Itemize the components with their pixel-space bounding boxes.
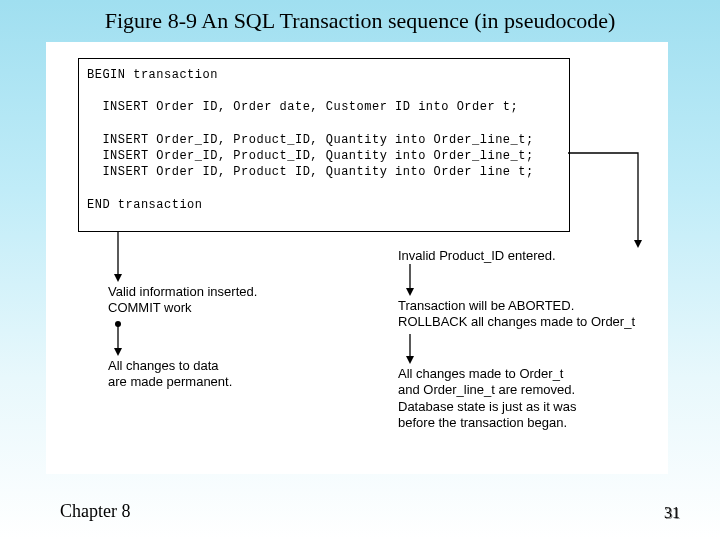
arrow-left-commit-to-permanent [113,320,133,358]
svg-marker-9 [406,356,414,364]
text-removed-1: All changes made to Order_t [398,366,563,381]
figure-title: Figure 8-9 An SQL Transaction sequence (… [0,8,720,34]
pseudocode: BEGIN transaction INSERT Order ID, Order… [79,59,569,219]
code-line-3: INSERT Order_ID, Product_ID, Quantity in… [87,149,534,163]
text-removed-3: Database state is just as it was [398,399,576,414]
annotation-permanent: All changes to data are made permanent. [108,358,308,391]
text-permanent-2: are made permanent. [108,374,232,389]
svg-marker-1 [114,274,122,282]
svg-marker-4 [114,348,122,356]
text-rollback: ROLLBACK all changes made to Order_t [398,314,635,329]
arrow-right-abort-to-removed [405,334,425,366]
text-abort: Transaction will be ABORTED. [398,298,574,313]
code-line-1: INSERT Order ID, Order date, Customer ID… [87,100,518,114]
code-end: END transaction [87,198,203,212]
annotation-removed-state: All changes made to Order_t and Order_li… [398,366,658,431]
footer-page-number: 31 [664,504,680,522]
slide: Figure 8-9 An SQL Transaction sequence (… [0,0,720,540]
code-begin: BEGIN transaction [87,68,218,82]
svg-marker-5 [634,240,642,248]
code-line-4: INSERT Order ID, Product ID, Quantity in… [87,165,534,179]
annotation-invalid-product: Invalid Product_ID entered. [398,248,638,264]
code-line-2: INSERT Order_ID, Product_ID, Quantity in… [87,133,534,147]
text-invalid-product: Invalid Product_ID entered. [398,248,556,263]
arrow-left-end-to-valid [113,232,133,284]
code-box: BEGIN transaction INSERT Order ID, Order… [78,58,570,232]
text-commit-work: COMMIT work [108,300,192,315]
arrow-right-invalid-to-abort [405,264,425,298]
text-valid-info: Valid information inserted. [108,284,257,299]
annotation-valid-commit: Valid information inserted. COMMIT work [108,284,308,317]
annotation-abort-rollback: Transaction will be ABORTED. ROLLBACK al… [398,298,658,331]
text-removed-4: before the transaction began. [398,415,567,430]
footer-chapter: Chapter 8 [60,501,130,522]
text-permanent-1: All changes to data [108,358,219,373]
connector-right-elbow [568,150,658,260]
text-removed-2: and Order_line_t are removed. [398,382,575,397]
svg-marker-7 [406,288,414,296]
